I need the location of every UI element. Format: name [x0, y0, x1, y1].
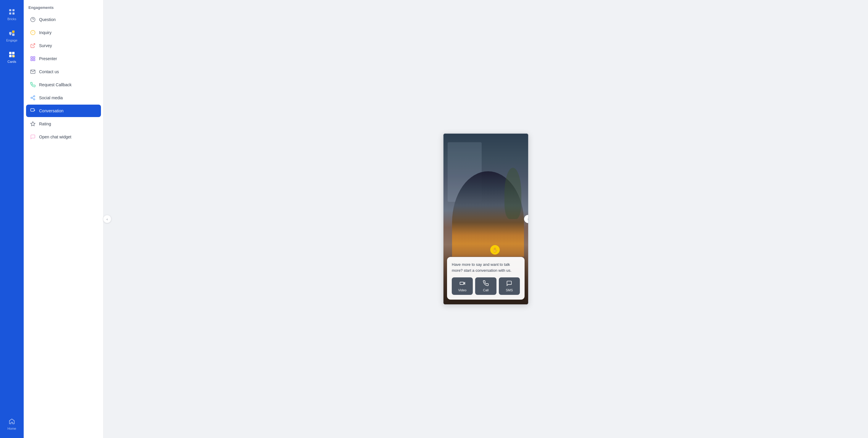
call-label: Call	[483, 288, 489, 292]
svg-line-30	[32, 97, 33, 97]
sidebar-item-inquiry[interactable]: Inquiry	[26, 26, 101, 39]
cursor-indicator: ✋	[490, 245, 500, 255]
sidebar-item-presenter[interactable]: Presenter	[26, 53, 101, 65]
sidebar: Engagements QuestionInquirySurveyPresent…	[24, 0, 104, 438]
survey-label: Survey	[39, 43, 52, 48]
home-icon	[8, 417, 16, 426]
svg-rect-10	[9, 55, 11, 57]
sidebar-item-request-callback[interactable]: Request Callback	[26, 79, 101, 91]
call-button[interactable]: Call	[475, 278, 496, 295]
svg-rect-6	[12, 33, 14, 36]
call-icon	[483, 280, 489, 287]
nav-item-home[interactable]: Home	[0, 413, 24, 434]
nav-item-bricks[interactable]: Bricks	[0, 4, 24, 25]
svg-rect-2	[9, 12, 11, 14]
svg-rect-33	[460, 282, 464, 285]
svg-point-7	[10, 34, 11, 35]
cards-label: Cards	[7, 60, 16, 63]
svg-marker-32	[31, 122, 35, 126]
svg-rect-21	[31, 57, 32, 58]
sidebar-item-open-chat-widget[interactable]: Open chat widget	[26, 131, 101, 143]
svg-point-28	[33, 99, 35, 100]
sidebar-item-survey[interactable]: Survey	[26, 39, 101, 52]
conversation-icon	[30, 108, 36, 114]
svg-rect-1	[12, 9, 14, 11]
request-callback-label: Request Callback	[39, 82, 72, 87]
open-chat-widget-label: Open chat widget	[39, 135, 71, 139]
svg-rect-8	[9, 52, 11, 54]
svg-line-20	[33, 43, 35, 46]
video-icon	[460, 280, 465, 287]
conversation-text: Have more to say and want to talk more? …	[452, 262, 520, 273]
cards-icon	[8, 50, 16, 59]
presenter-label: Presenter	[39, 56, 57, 61]
svg-rect-24	[33, 59, 35, 61]
rating-icon	[30, 121, 36, 127]
plant-decoration	[504, 168, 521, 219]
svg-rect-22	[33, 57, 35, 58]
contact-us-label: Contact us	[39, 69, 59, 74]
engage-icon	[8, 29, 16, 37]
phone-mockup: Have more to say and want to talk more? …	[443, 133, 529, 305]
sidebar-item-rating[interactable]: Rating	[26, 118, 101, 130]
engage-label: Engage	[6, 38, 18, 42]
contact-us-icon	[30, 68, 36, 75]
svg-rect-0	[9, 9, 11, 11]
question-icon	[30, 16, 36, 23]
open-chat-widget-icon	[30, 134, 36, 140]
nav-item-cards[interactable]: Cards	[0, 46, 24, 67]
video-label: Video	[458, 288, 467, 292]
sidebar-item-question[interactable]: Question	[26, 13, 101, 26]
action-buttons: VideoCallSMS	[452, 278, 520, 295]
svg-rect-31	[31, 109, 34, 111]
home-label: Home	[7, 427, 16, 430]
svg-rect-3	[12, 12, 14, 14]
svg-point-26	[33, 96, 35, 97]
sidebar-header: Engagements	[24, 0, 103, 13]
phone-background: Have more to say and want to talk more? …	[443, 134, 528, 304]
sms-label: SMS	[506, 288, 513, 292]
nav-bar: Bricks Engage Cards	[0, 0, 24, 438]
bricks-label: Bricks	[7, 17, 16, 21]
conversation-card: Have more to say and want to talk more? …	[447, 257, 525, 300]
svg-line-29	[32, 98, 33, 99]
sidebar-list: QuestionInquirySurveyPresenterContact us…	[24, 13, 103, 438]
survey-icon	[30, 42, 36, 49]
social-media-icon	[30, 94, 36, 101]
sidebar-item-contact-us[interactable]: Contact us	[26, 65, 101, 78]
sidebar-item-conversation[interactable]: Conversation	[26, 105, 101, 117]
nav-item-engage[interactable]: Engage	[0, 25, 24, 46]
main-content: Have more to say and want to talk more? …	[104, 0, 868, 438]
conversation-label: Conversation	[39, 109, 64, 113]
video-button[interactable]: Video	[452, 278, 473, 295]
svg-rect-9	[12, 52, 14, 54]
sms-button[interactable]: SMS	[499, 278, 520, 295]
presenter-icon	[30, 55, 36, 62]
svg-rect-4	[9, 32, 11, 34]
rating-label: Rating	[39, 121, 51, 126]
svg-point-27	[31, 97, 32, 99]
svg-rect-5	[12, 31, 14, 33]
request-callback-icon	[30, 82, 36, 88]
bricks-icon	[8, 8, 16, 16]
svg-rect-23	[31, 59, 32, 61]
sidebar-item-social-media[interactable]: Social media	[26, 92, 101, 104]
inquiry-icon	[30, 29, 36, 36]
sms-icon	[506, 280, 512, 287]
social-media-label: Social media	[39, 95, 63, 100]
collapse-sidebar-button[interactable]: ‹	[103, 215, 111, 223]
inquiry-label: Inquiry	[39, 30, 52, 35]
question-label: Question	[39, 17, 56, 22]
